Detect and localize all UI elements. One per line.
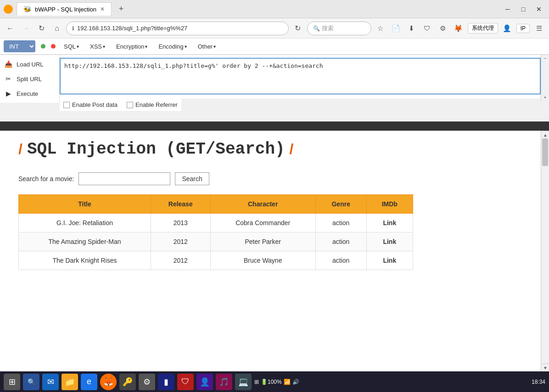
post-checkbox-box[interactable] xyxy=(63,102,70,108)
checkbox-area: Enable Post data Enable Referrer xyxy=(60,99,181,111)
table-cell-0-3: action xyxy=(315,214,366,232)
main-scrollbar[interactable]: ▲ ▼ xyxy=(541,131,549,371)
url-textarea[interactable]: http://192.168.153.128/sqli_1.php?title=… xyxy=(60,58,541,94)
taskbar-sys-tray: ⊞ 🔋100% 📶 🔊 xyxy=(254,379,299,385)
address-text: 192.168.153.128/sqli_1.php?title=g%%27 xyxy=(77,25,187,32)
menu-button[interactable]: ☰ xyxy=(532,22,545,35)
scroll-down-button[interactable]: ▼ xyxy=(541,364,549,371)
dark-separator xyxy=(0,121,549,131)
encoding-menu[interactable]: Encoding▾ xyxy=(156,41,189,52)
reload-button[interactable]: ↻ xyxy=(291,22,304,35)
hakbar-toolbar: INT LOW HIGH SQL▾ XSS▾ Encryption▾ Encod… xyxy=(0,39,549,55)
xss-menu[interactable]: XSS▾ xyxy=(87,41,108,52)
page-title-area: / SQL Injection (GET/Search) / xyxy=(18,140,522,159)
new-tab-button[interactable]: + xyxy=(115,3,127,15)
taskbar-security[interactable]: 🛡 xyxy=(177,374,194,390)
col-header-imdb: IMDb xyxy=(366,195,413,214)
table-cell-1-2: Peter Parker xyxy=(210,232,315,251)
search-submit-button[interactable]: Search xyxy=(175,172,209,185)
sql-menu[interactable]: SQL▾ xyxy=(61,41,82,52)
taskbar-start-button[interactable]: ⊞ xyxy=(4,374,20,390)
back-button[interactable]: ← xyxy=(4,22,17,35)
forward-button[interactable]: → xyxy=(19,22,32,35)
home-button[interactable]: ⌂ xyxy=(50,22,63,35)
taskbar-vm[interactable]: 💻 xyxy=(235,374,252,390)
minimize-button[interactable]: ─ xyxy=(501,4,514,14)
table-cell-2-1: 2012 xyxy=(151,251,210,270)
download-icon[interactable]: ⬇ xyxy=(405,22,418,35)
table-header-row: Title Release Character Genre IMDb xyxy=(19,195,413,214)
split-url-icon: ✂ xyxy=(4,74,13,83)
taskbar-cortana[interactable]: 🔍 xyxy=(23,374,39,390)
window-controls: ─ □ ✕ xyxy=(501,4,545,14)
scroll-minus-button[interactable]: − xyxy=(544,56,547,61)
encryption-menu[interactable]: Encryption▾ xyxy=(113,41,150,52)
side-toolbar: 📥 Load URL ✂ Split URL ▶ Execute xyxy=(0,55,60,103)
col-header-title: Title xyxy=(19,195,151,214)
active-tab[interactable]: 🐝 bWAPP - SQL Injection ✕ xyxy=(17,2,112,16)
imdb-link-0[interactable]: Link xyxy=(383,219,396,226)
scroll-up-button[interactable]: ▲ xyxy=(541,131,549,138)
referrer-checkbox-box[interactable] xyxy=(127,102,133,108)
nav-bar: ← → ↻ ⌂ ℹ 192.168.153.128/sqli_1.php?tit… xyxy=(0,18,549,39)
table-row: G.I. Joe: Retaliation2013Cobra Commander… xyxy=(19,214,413,232)
taskbar-person[interactable]: 👤 xyxy=(196,374,213,390)
taskbar-settings[interactable]: ⚙ xyxy=(139,374,155,390)
load-url-button[interactable]: 📥 Load URL xyxy=(0,57,59,72)
execute-label: Execute xyxy=(17,90,38,97)
search-placeholder: 搜索 xyxy=(322,24,334,33)
taskbar-folder[interactable]: 📁 xyxy=(62,374,78,390)
taskbar-music[interactable]: 🎵 xyxy=(216,374,232,390)
movie-search-input[interactable] xyxy=(78,172,170,185)
url-scrollbar: − + xyxy=(541,55,549,101)
proxy-button[interactable]: 系统代理 xyxy=(468,23,498,33)
enable-post-checkbox[interactable]: Enable Post data xyxy=(63,101,118,108)
persona-icon[interactable]: 🦊 xyxy=(452,22,465,35)
execute-icon: ▶ xyxy=(4,89,13,98)
other-menu[interactable]: Other▾ xyxy=(195,41,219,52)
table-cell-0-1: 2013 xyxy=(151,214,210,232)
split-url-button[interactable]: ✂ Split URL xyxy=(0,72,59,86)
shield-icon[interactable]: 🛡 xyxy=(421,22,434,35)
imdb-link-2[interactable]: Link xyxy=(383,257,396,264)
security-level-select[interactable]: INT LOW HIGH xyxy=(4,40,35,52)
table-cell-2-4: Link xyxy=(366,251,413,270)
search-for-movie-label: Search for a movie: xyxy=(18,175,74,182)
enable-referrer-checkbox[interactable]: Enable Referrer xyxy=(127,101,178,108)
tab-close-button[interactable]: ✕ xyxy=(100,6,105,12)
ip-button[interactable]: IP xyxy=(516,24,530,33)
refresh-button[interactable]: ↻ xyxy=(35,22,48,35)
avatar-icon[interactable]: 👤 xyxy=(501,22,514,35)
taskbar-key[interactable]: 🔑 xyxy=(119,374,136,390)
table-cell-1-3: action xyxy=(315,232,366,251)
browser-logo-icon xyxy=(4,5,13,14)
execute-button[interactable]: ▶ Execute xyxy=(0,86,59,101)
reader-icon[interactable]: 📄 xyxy=(390,22,403,35)
tab-title: bWAPP - SQL Injection xyxy=(35,6,96,13)
col-header-genre: Genre xyxy=(315,195,366,214)
taskbar-show-desktop[interactable]: ⊞ xyxy=(254,379,259,385)
imdb-link-1[interactable]: Link xyxy=(383,238,396,245)
title-bar: 🐝 bWAPP - SQL Injection ✕ + ─ □ ✕ xyxy=(0,0,549,18)
scroll-plus-button[interactable]: + xyxy=(544,95,547,100)
security-icon: ℹ xyxy=(72,25,74,32)
scroll-track xyxy=(541,138,549,364)
taskbar-clock: 18:34 xyxy=(532,379,545,385)
taskbar-battery: 🔋100% xyxy=(261,379,282,385)
taskbar-email[interactable]: ✉ xyxy=(42,374,59,390)
browser-search-box[interactable]: 🔍 搜索 xyxy=(307,22,371,35)
address-bar[interactable]: ℹ 192.168.153.128/sqli_1.php?title=g%%27 xyxy=(66,22,289,35)
taskbar-ie[interactable]: e xyxy=(81,374,97,390)
table-cell-0-4: Link xyxy=(366,214,413,232)
tab-favicon: 🐝 xyxy=(23,6,31,13)
close-button[interactable]: ✕ xyxy=(532,4,545,14)
bookmark-icon[interactable]: ☆ xyxy=(374,22,387,35)
enable-referrer-label: Enable Referrer xyxy=(135,101,178,108)
taskbar-sound: 🔊 xyxy=(292,379,299,385)
extension-icon[interactable]: ⚙ xyxy=(437,22,449,35)
col-header-character: Character xyxy=(210,195,315,214)
taskbar-browser[interactable]: 🦊 xyxy=(100,374,117,390)
taskbar-terminal[interactable]: ▮ xyxy=(158,374,174,390)
scroll-thumb[interactable] xyxy=(542,138,548,166)
maximize-button[interactable]: □ xyxy=(517,4,530,14)
